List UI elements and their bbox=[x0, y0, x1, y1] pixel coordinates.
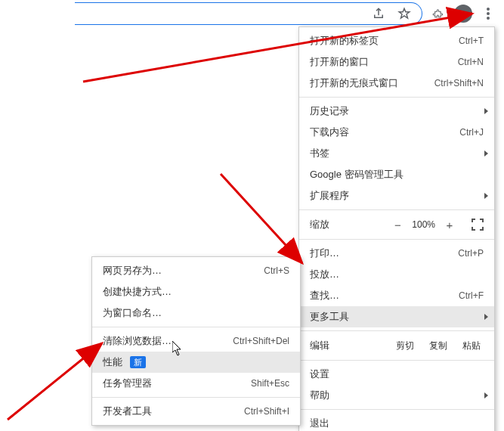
main-menu: 打开新的标签页 Ctrl+T 打开新的窗口 Ctrl+N 打开新的无痕式窗口 C… bbox=[298, 26, 495, 431]
profile-avatar[interactable] bbox=[454, 5, 472, 23]
separator bbox=[299, 239, 494, 240]
menu-shortcut: Ctrl+N bbox=[458, 57, 484, 67]
svg-line-5 bbox=[8, 343, 102, 420]
new-badge: 新 bbox=[130, 356, 146, 368]
menu-edit: 编辑 剪切 复制 粘贴 bbox=[299, 334, 494, 357]
menu-new-window[interactable]: 打开新的窗口 Ctrl+N bbox=[299, 51, 494, 73]
menu-label: 下载内容 bbox=[310, 126, 459, 139]
svg-point-2 bbox=[487, 17, 490, 20]
chevron-right-icon bbox=[484, 314, 488, 320]
menu-label: 为窗口命名… bbox=[103, 306, 289, 320]
menu-print[interactable]: 打印… Ctrl+P bbox=[299, 243, 494, 264]
menu-shortcut: Ctrl+S bbox=[264, 265, 289, 276]
paste-button[interactable]: 粘贴 bbox=[459, 340, 484, 352]
edit-label: 编辑 bbox=[310, 339, 384, 352]
menu-label: 打开新的标签页 bbox=[310, 34, 459, 48]
submenu-clear-data[interactable]: 清除浏览数据… Ctrl+Shift+Del bbox=[92, 330, 300, 352]
copy-button[interactable]: 复制 bbox=[426, 340, 450, 352]
menu-shortcut: Ctrl+Shift+N bbox=[434, 78, 484, 88]
menu-passwords[interactable]: Google 密码管理工具 bbox=[299, 164, 494, 185]
separator bbox=[92, 397, 300, 398]
menu-history[interactable]: 历史记录 bbox=[299, 101, 494, 122]
chevron-right-icon bbox=[484, 193, 488, 199]
separator bbox=[299, 97, 494, 98]
browser-toolbar bbox=[75, 0, 504, 27]
zoom-label: 缩放 bbox=[310, 218, 391, 231]
chevron-right-icon bbox=[484, 150, 488, 157]
menu-label: 书签 bbox=[310, 147, 484, 160]
menu-shortcut: Shift+Esc bbox=[251, 378, 289, 389]
menu-help[interactable]: 帮助 bbox=[299, 385, 494, 406]
chevron-right-icon bbox=[484, 392, 488, 398]
menu-button[interactable] bbox=[480, 5, 496, 22]
menu-label: 投放… bbox=[310, 268, 484, 281]
separator bbox=[299, 360, 494, 361]
menu-label: 打印… bbox=[310, 247, 458, 260]
submenu-name-window[interactable]: 为窗口命名… bbox=[92, 302, 300, 324]
menu-settings[interactable]: 设置 bbox=[299, 364, 494, 385]
menu-extensions[interactable]: 扩展程序 bbox=[299, 185, 494, 206]
chevron-right-icon bbox=[484, 108, 488, 114]
menu-zoom: 缩放 − 100% + bbox=[299, 213, 494, 236]
menu-bookmarks[interactable]: 书签 bbox=[299, 143, 494, 164]
svg-line-4 bbox=[221, 174, 302, 263]
submenu-save-as[interactable]: 网页另存为… Ctrl+S bbox=[92, 260, 300, 281]
menu-label: 更多工具 bbox=[310, 310, 484, 324]
svg-point-1 bbox=[487, 12, 490, 15]
separator bbox=[299, 409, 494, 410]
menu-label: 帮助 bbox=[310, 389, 484, 402]
separator bbox=[92, 327, 300, 327]
menu-downloads[interactable]: 下载内容 Ctrl+J bbox=[299, 122, 494, 143]
menu-label: Google 密码管理工具 bbox=[310, 168, 484, 181]
menu-label: 历史记录 bbox=[310, 104, 484, 118]
separator bbox=[299, 209, 494, 210]
menu-label: 退出 bbox=[310, 417, 484, 430]
menu-label: 查找… bbox=[310, 289, 459, 302]
menu-cast[interactable]: 投放… bbox=[299, 264, 494, 285]
share-icon[interactable] bbox=[370, 5, 387, 22]
menu-shortcut: Ctrl+P bbox=[458, 248, 484, 259]
menu-shortcut: Ctrl+Shift+Del bbox=[233, 336, 289, 346]
submenu-task-manager[interactable]: 任务管理器 Shift+Esc bbox=[92, 373, 300, 394]
fullscreen-icon[interactable] bbox=[472, 219, 484, 231]
menu-shortcut: Ctrl+F bbox=[459, 290, 484, 301]
menu-shortcut: Ctrl+J bbox=[459, 127, 484, 138]
zoom-out-button[interactable]: − bbox=[391, 219, 404, 231]
submenu-performance[interactable]: 性能 新 bbox=[92, 352, 300, 373]
cut-button[interactable]: 剪切 bbox=[393, 340, 417, 352]
menu-exit[interactable]: 退出 bbox=[299, 413, 494, 431]
menu-more-tools[interactable]: 更多工具 bbox=[299, 306, 494, 327]
perf-label: 性能 bbox=[103, 356, 122, 367]
menu-label: 任务管理器 bbox=[103, 377, 251, 390]
menu-label: 打开新的窗口 bbox=[310, 55, 458, 69]
separator bbox=[299, 330, 494, 331]
svg-point-0 bbox=[487, 8, 490, 11]
menu-label: 清除浏览数据… bbox=[103, 334, 233, 348]
submenu-dev-tools[interactable]: 开发者工具 Ctrl+Shift+I bbox=[92, 401, 300, 422]
menu-find[interactable]: 查找… Ctrl+F bbox=[299, 285, 494, 306]
omnibox[interactable] bbox=[75, 2, 422, 25]
menu-label: 打开新的无痕式窗口 bbox=[310, 76, 434, 90]
menu-label: 性能 新 bbox=[103, 355, 289, 369]
extensions-icon[interactable] bbox=[430, 5, 447, 22]
zoom-percent: 100% bbox=[412, 219, 435, 230]
menu-label: 创建快捷方式… bbox=[103, 285, 289, 299]
menu-label: 扩展程序 bbox=[310, 189, 484, 203]
menu-new-tab[interactable]: 打开新的标签页 Ctrl+T bbox=[299, 30, 494, 51]
more-tools-submenu: 网页另存为… Ctrl+S 创建快捷方式… 为窗口命名… 清除浏览数据… Ctr… bbox=[91, 256, 301, 426]
menu-incognito[interactable]: 打开新的无痕式窗口 Ctrl+Shift+N bbox=[299, 73, 494, 94]
menu-shortcut: Ctrl+Shift+I bbox=[244, 406, 289, 417]
menu-label: 开发者工具 bbox=[103, 405, 244, 418]
zoom-in-button[interactable]: + bbox=[443, 219, 456, 231]
zoom-controls: − 100% + bbox=[391, 219, 484, 231]
menu-label: 设置 bbox=[310, 367, 484, 381]
star-icon[interactable] bbox=[396, 5, 413, 22]
submenu-create-shortcut[interactable]: 创建快捷方式… bbox=[92, 281, 300, 302]
menu-label: 网页另存为… bbox=[103, 264, 264, 278]
menu-shortcut: Ctrl+T bbox=[459, 36, 484, 46]
